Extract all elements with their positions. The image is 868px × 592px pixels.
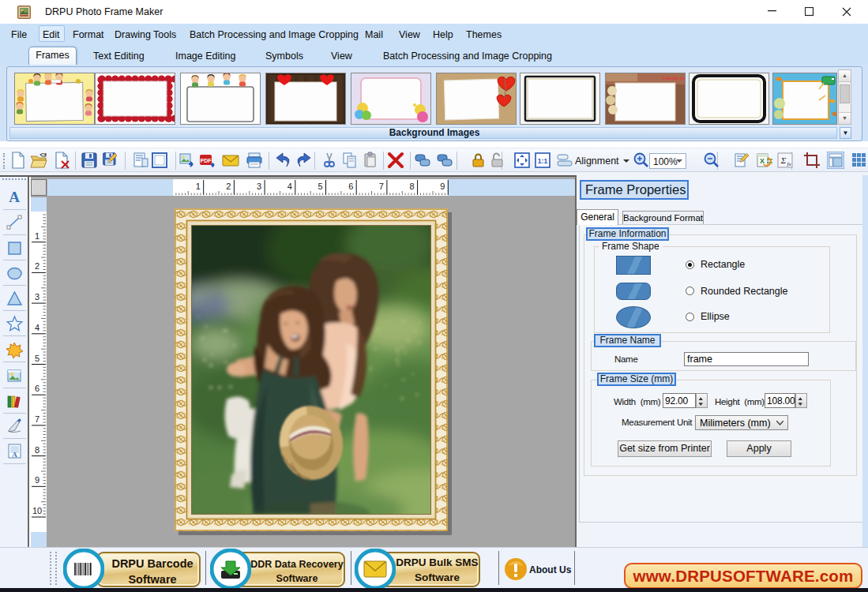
svg-text:7: 7 (379, 182, 384, 191)
svg-text:A: A (9, 189, 20, 205)
svg-text:2: 2 (226, 182, 231, 191)
svg-text:7: 7 (35, 414, 39, 424)
svg-text:4: 4 (35, 323, 39, 332)
svg-text:9: 9 (35, 475, 39, 485)
svg-text:A: A (12, 451, 17, 459)
svg-text:3: 3 (257, 182, 261, 191)
svg-text:1: 1 (35, 231, 39, 241)
svg-text:3: 3 (35, 292, 39, 302)
svg-text:6: 6 (35, 384, 39, 393)
svg-text:5: 5 (318, 182, 322, 191)
svg-text:8: 8 (35, 445, 39, 455)
svg-text:X: X (760, 157, 765, 165)
svg-text:4: 4 (287, 182, 292, 191)
svg-text:10: 10 (32, 506, 42, 515)
svg-text:6: 6 (348, 182, 353, 191)
svg-text:8: 8 (410, 182, 415, 191)
svg-text:9: 9 (440, 182, 445, 191)
svg-text:Friends for life: Friends for life (663, 76, 685, 81)
svg-text:1:1: 1:1 (538, 157, 548, 165)
svg-text:PDF: PDF (201, 158, 212, 163)
svg-text:5: 5 (35, 354, 39, 363)
svg-text:1: 1 (196, 182, 201, 191)
svg-text:Σ: Σ (780, 155, 787, 165)
svg-text:fx: fx (787, 161, 791, 167)
svg-text:2: 2 (35, 261, 39, 271)
